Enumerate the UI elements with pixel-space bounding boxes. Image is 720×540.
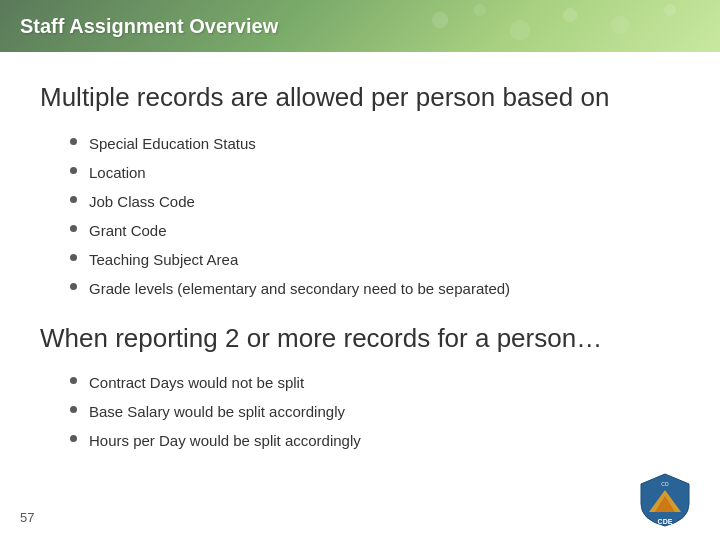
list-item-text: Base Salary would be split accordingly: [89, 401, 345, 422]
header-pattern: [420, 0, 720, 52]
list-item: Job Class Code: [70, 191, 680, 212]
logo-area: CDE CO: [630, 470, 700, 530]
list-item-text: Job Class Code: [89, 191, 195, 212]
section1-heading: Multiple records are allowed per person …: [40, 82, 680, 113]
bullet-dot-icon: [70, 196, 77, 203]
list-item: Location: [70, 162, 680, 183]
svg-text:CO: CO: [661, 481, 669, 487]
list-item-text: Special Education Status: [89, 133, 256, 154]
main-content: Multiple records are allowed per person …: [0, 52, 720, 479]
bullet-dot-icon: [70, 435, 77, 442]
bullet-dot-icon: [70, 138, 77, 145]
header: Staff Assignment Overview: [0, 0, 720, 52]
list-item: Hours per Day would be split accordingly: [70, 430, 680, 451]
bullet-dot-icon: [70, 254, 77, 261]
bullet-dot-icon: [70, 377, 77, 384]
list-item-text: Grade levels (elementary and secondary n…: [89, 278, 510, 299]
list-item: Grant Code: [70, 220, 680, 241]
list-item-text: Contract Days would not be split: [89, 372, 304, 393]
section1-bullet-list: Special Education StatusLocationJob Clas…: [70, 133, 680, 299]
section2-heading: When reporting 2 or more records for a p…: [40, 323, 680, 354]
list-item-text: Location: [89, 162, 146, 183]
list-item-text: Hours per Day would be split accordingly: [89, 430, 361, 451]
bullet-dot-icon: [70, 225, 77, 232]
cde-logo: CDE CO: [639, 472, 691, 528]
bullet-dot-icon: [70, 283, 77, 290]
bullet-dot-icon: [70, 167, 77, 174]
bullet-dot-icon: [70, 406, 77, 413]
list-item-text: Teaching Subject Area: [89, 249, 238, 270]
footer-page-number: 57: [20, 510, 34, 525]
list-item: Contract Days would not be split: [70, 372, 680, 393]
header-title: Staff Assignment Overview: [20, 15, 278, 38]
section2-bullet-list: Contract Days would not be splitBase Sal…: [70, 372, 680, 451]
list-item-text: Grant Code: [89, 220, 167, 241]
slide: Staff Assignment Overview Multiple recor…: [0, 0, 720, 540]
list-item: Grade levels (elementary and secondary n…: [70, 278, 680, 299]
list-item: Special Education Status: [70, 133, 680, 154]
svg-text:CDE: CDE: [658, 518, 673, 525]
list-item: Teaching Subject Area: [70, 249, 680, 270]
list-item: Base Salary would be split accordingly: [70, 401, 680, 422]
